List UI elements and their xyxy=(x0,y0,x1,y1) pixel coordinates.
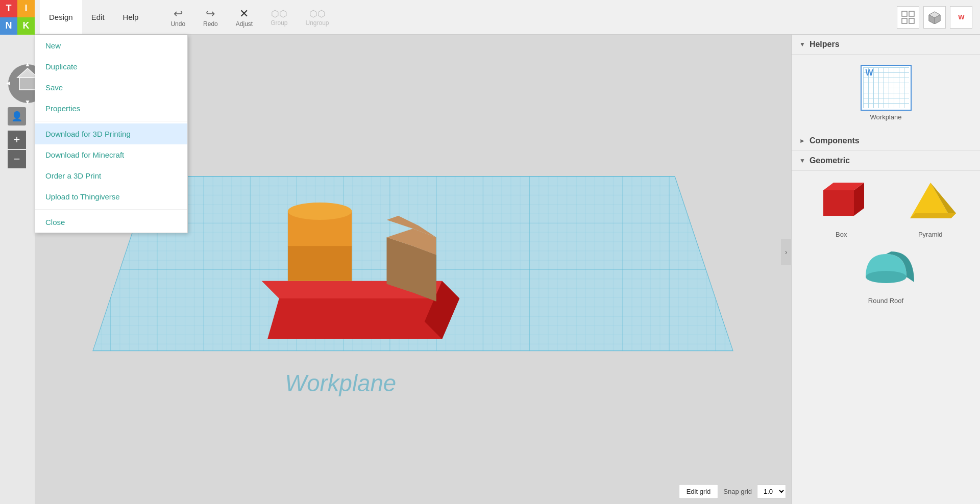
snap-grid-select[interactable]: 0.1 0.5 1.0 2.0 5.0 xyxy=(757,485,786,498)
geometric-content: Box Pyramid Round Roof xyxy=(792,171,980,314)
undo-icon: ↩ xyxy=(174,7,183,20)
nav-edit[interactable]: Edit xyxy=(82,0,114,34)
nav-menu: Design Edit Help xyxy=(35,0,153,34)
svg-text:▼: ▼ xyxy=(24,98,31,106)
workplane-thumbnail: W xyxy=(861,65,912,111)
bottom-controls: Edit grid Snap grid 0.1 0.5 1.0 2.0 5.0 xyxy=(679,484,786,499)
round-roof-shape-item[interactable]: Round Roof xyxy=(850,246,922,305)
right-toolbar: W xyxy=(897,6,980,29)
edit-grid-label: Edit grid xyxy=(687,488,711,495)
menu-new[interactable]: New xyxy=(35,35,187,56)
svg-text:◄: ◄ xyxy=(5,80,11,87)
design-dropdown: New Duplicate Save Properties Download f… xyxy=(35,35,188,233)
helpers-section-header[interactable]: ▼ Helpers xyxy=(792,35,980,55)
svg-rect-24 xyxy=(288,246,352,281)
svg-text:▲: ▲ xyxy=(24,61,31,68)
logo-t: T xyxy=(0,0,17,17)
logo-n: N xyxy=(0,17,17,35)
group-button[interactable]: ⬡⬡ Group xyxy=(263,6,295,29)
svg-point-37 xyxy=(866,271,906,283)
ungroup-label: Ungroup xyxy=(306,19,329,27)
nav-design[interactable]: Design xyxy=(40,0,82,34)
workplane-w-label: W xyxy=(866,68,873,78)
components-section-header[interactable]: ► Components xyxy=(792,131,980,151)
logo-i: I xyxy=(17,0,35,17)
box-shape-svg xyxy=(813,180,869,226)
dropdown-divider-1 xyxy=(35,121,187,121)
pyramid-shape-label: Pyramid xyxy=(895,231,966,238)
geometric-label: Geometric xyxy=(810,156,850,165)
workplane-helper-item[interactable]: W Workplane xyxy=(861,65,912,121)
menu-save[interactable]: Save xyxy=(35,77,187,98)
logo-k: K xyxy=(17,17,35,35)
svg-rect-3 xyxy=(909,18,914,23)
svg-rect-1 xyxy=(909,11,914,16)
nav-help[interactable]: Help xyxy=(114,0,148,34)
group-label: Group xyxy=(271,19,287,27)
snap-grid-label: Snap grid xyxy=(723,488,752,495)
zoom-controls: 👤 + − xyxy=(8,107,26,168)
toolbar: ↩ Undo ↪ Redo ✕ Adjust ⬡⬡ Group ⬡⬡ Ungro… xyxy=(163,5,336,30)
geometric-section-header[interactable]: ▼ Geometric xyxy=(792,151,980,171)
workplane-helper-label: Workplane xyxy=(861,113,912,121)
ungroup-icon: ⬡⬡ xyxy=(309,8,326,19)
redo-button[interactable]: ↪ Redo xyxy=(195,5,226,30)
ungroup-button[interactable]: ⬡⬡ Ungroup xyxy=(298,6,337,29)
pyramid-shape-svg xyxy=(902,180,959,226)
zoom-in-button[interactable]: + xyxy=(8,131,26,149)
collapse-panel-button[interactable]: › xyxy=(781,239,791,265)
adjust-button[interactable]: ✕ Adjust xyxy=(228,5,260,30)
geometric-arrow-icon: ▼ xyxy=(799,157,805,164)
dropdown-divider-2 xyxy=(35,209,187,210)
menu-download-3d[interactable]: Download for 3D Printing xyxy=(35,123,187,144)
logo[interactable]: T I N K xyxy=(0,0,35,35)
svg-marker-36 xyxy=(910,213,956,218)
menu-upload-thing[interactable]: Upload to Thingiverse xyxy=(35,186,187,207)
menu-download-mc[interactable]: Download for Minecraft xyxy=(35,144,187,165)
round-roof-shape-label: Round Roof xyxy=(850,297,922,305)
helpers-arrow-icon: ▼ xyxy=(799,41,805,48)
zoom-out-button[interactable]: − xyxy=(8,150,26,168)
svg-rect-0 xyxy=(902,11,907,16)
edit-grid-button[interactable]: Edit grid xyxy=(679,484,719,499)
adjust-icon: ✕ xyxy=(239,7,249,20)
round-roof-shape-svg xyxy=(858,246,914,292)
tinkercad-logo-button[interactable]: W xyxy=(950,6,972,29)
box-shape-item[interactable]: Box xyxy=(805,180,877,238)
undo-label: Undo xyxy=(170,20,185,28)
redo-icon: ↪ xyxy=(206,7,215,20)
pyramid-shape-item[interactable]: Pyramid xyxy=(895,180,966,238)
grid-view-button[interactable] xyxy=(897,6,919,29)
svg-point-25 xyxy=(288,203,352,220)
redo-label: Redo xyxy=(203,20,218,28)
helpers-content: W Workplane xyxy=(792,55,980,131)
adjust-label: Adjust xyxy=(236,20,253,28)
components-arrow-icon: ► xyxy=(799,137,805,144)
workplane-label-text: Workplane xyxy=(285,370,396,396)
box-shape-label: Box xyxy=(805,231,877,238)
components-label: Components xyxy=(810,136,860,145)
menu-properties[interactable]: Properties xyxy=(35,98,187,119)
svg-marker-31 xyxy=(823,190,854,216)
helpers-label: Helpers xyxy=(810,40,840,49)
menu-order-3d[interactable]: Order a 3D Print xyxy=(35,165,187,186)
undo-button[interactable]: ↩ Undo xyxy=(163,5,193,30)
group-icon: ⬡⬡ xyxy=(271,8,287,19)
right-panel: ▼ Helpers W Workplane ► Components ▼ Geo… xyxy=(791,35,980,504)
cube-view-button[interactable] xyxy=(923,6,946,29)
menu-close[interactable]: Close xyxy=(35,212,187,233)
svg-rect-2 xyxy=(902,18,907,23)
person-view-button[interactable]: 👤 xyxy=(8,107,26,125)
header: T I N K Design Edit Help ↩ Undo ↪ Redo ✕… xyxy=(0,0,980,35)
menu-duplicate[interactable]: Duplicate xyxy=(35,56,187,77)
